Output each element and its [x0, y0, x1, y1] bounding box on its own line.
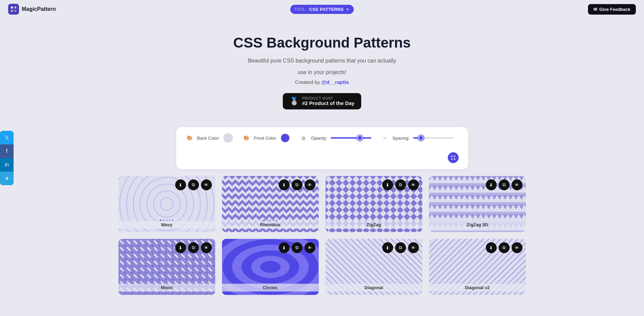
card-download-button[interactable]: ⬇: [279, 242, 290, 253]
palette-icon: 🎨: [186, 134, 194, 142]
card-preview-button[interactable]: 👁: [408, 242, 419, 253]
spacing-icon: ↔: [381, 134, 389, 142]
front-color-label: Front Color:: [254, 136, 277, 141]
card-copy-button[interactable]: ⧉: [395, 242, 406, 253]
card-preview-button[interactable]: 👁: [201, 179, 212, 190]
card-copy-button[interactable]: ⧉: [395, 179, 406, 190]
svg-rect-2: [11, 10, 13, 12]
card-preview-button[interactable]: 👁: [305, 179, 315, 190]
controls-bar: 🎨 Back Color: 🎨 Front Color: ◎ Opacity: …: [176, 127, 468, 169]
pattern-name: Rhombus: [222, 221, 319, 229]
social-telegram-button[interactable]: ✈: [0, 172, 14, 185]
back-color-group: 🎨 Back Color:: [186, 133, 233, 143]
front-color-swatch[interactable]: [280, 133, 290, 143]
card-actions: ⬇⧉👁: [486, 179, 522, 190]
card-preview-button[interactable]: 👁: [512, 179, 522, 190]
spacing-group: ↔ Spacing:: [381, 134, 454, 142]
envelope-icon: ✉: [593, 7, 597, 12]
card-copy-button[interactable]: ⧉: [499, 179, 510, 190]
card-download-button[interactable]: ⬇: [486, 242, 497, 253]
card-actions: ⬇⧉👁: [175, 242, 212, 253]
tool-selector[interactable]: TOOL: CSS PATTERNS ▾: [290, 5, 353, 14]
pattern-card-rhombus[interactable]: ⬇⧉👁Rhombus: [222, 176, 319, 232]
card-download-button[interactable]: ⬇: [486, 179, 497, 190]
hero-subtitle-line1: Beautiful pure CSS background patterns t…: [7, 56, 637, 65]
card-download-button[interactable]: ⬇: [175, 179, 186, 190]
front-color-group: 🎨 Front Color:: [242, 133, 290, 143]
card-actions: ⬇⧉👁: [279, 179, 315, 190]
card-copy-button[interactable]: ⧉: [292, 242, 302, 253]
card-copy-button[interactable]: ⧉: [188, 179, 199, 190]
tool-name: CSS PATTERNS: [309, 7, 344, 12]
palette2-icon: 🎨: [242, 134, 251, 142]
pattern-name: ZigZag: [326, 221, 422, 229]
navbar: MagicPattern TOOL: CSS PATTERNS ▾ ✉ Give…: [0, 0, 644, 18]
opacity-icon: ◎: [299, 134, 308, 142]
page-title: CSS Background Patterns: [7, 35, 637, 51]
opacity-label: Opacity:: [311, 136, 327, 141]
card-download-button[interactable]: ⬇: [382, 179, 393, 190]
card-copy-button[interactable]: ⧉: [499, 242, 510, 253]
card-actions: ⬇⧉👁: [175, 179, 212, 190]
social-linkedin-button[interactable]: in: [0, 158, 14, 172]
creator-link[interactable]: @d__raptis: [321, 79, 349, 85]
pattern-card-zigzag3d[interactable]: ⬇⧉👁ZigZag 3D: [429, 176, 526, 232]
svg-point-7: [454, 158, 455, 160]
feedback-button[interactable]: ✉ Give Feedback: [588, 4, 636, 15]
logo[interactable]: MagicPattern: [8, 4, 56, 15]
hero-section: CSS Background Patterns Beautiful pure C…: [0, 18, 644, 120]
hero-credit: Created by @d__raptis: [7, 79, 637, 85]
card-download-button[interactable]: ⬇: [279, 179, 290, 190]
card-actions: ⬇⧉👁: [486, 242, 522, 253]
card-actions: ⬇⧉👁: [382, 242, 419, 253]
svg-point-4: [451, 156, 453, 157]
opacity-slider[interactable]: [331, 137, 371, 139]
tool-label: TOOL:: [294, 7, 306, 11]
pattern-name: Diagonal: [326, 284, 422, 292]
card-actions: ⬇⧉👁: [279, 242, 315, 253]
hero-subtitle-line2: use in your projects!: [7, 68, 637, 77]
card-preview-button[interactable]: 👁: [201, 242, 212, 253]
pattern-grid: ⬇⧉👁Wavy⬇⧉👁Rhombus⬇⧉👁ZigZag⬇⧉👁ZigZag 3D⬇⧉…: [112, 176, 533, 309]
svg-point-6: [451, 158, 453, 160]
card-copy-button[interactable]: ⧉: [188, 242, 199, 253]
card-preview-button[interactable]: 👁: [408, 179, 419, 190]
pattern-name: Diagonal v2: [429, 284, 526, 292]
pattern-card-wavy[interactable]: ⬇⧉👁Wavy: [118, 176, 215, 232]
spacing-label: Spacing:: [392, 136, 410, 141]
ph-text: PRODUCT HUNT #2 Product of the Day: [302, 96, 354, 106]
social-sidebar: 𝕏fin✈: [0, 131, 14, 185]
pattern-card-circles[interactable]: ⬇⧉👁Circles: [222, 239, 319, 295]
pattern-card-zigzag[interactable]: ⬇⧉👁ZigZag: [326, 176, 422, 232]
pattern-card-diagonal-v2[interactable]: ⬇⧉👁Diagonal v2: [429, 239, 526, 295]
chevron-down-icon: ▾: [347, 7, 348, 11]
ph-label: PRODUCT HUNT: [302, 96, 354, 100]
card-actions: ⬇⧉👁: [382, 179, 419, 190]
back-color-label: Back Color:: [197, 136, 220, 141]
pattern-name: Wavy: [118, 221, 215, 229]
svg-rect-1: [14, 6, 16, 8]
ph-rank: #2 Product of the Day: [302, 100, 354, 106]
medal-icon: 🥈: [290, 97, 299, 106]
social-facebook-button[interactable]: f: [0, 144, 14, 158]
card-download-button[interactable]: ⬇: [175, 242, 186, 253]
logo-icon: [8, 4, 19, 15]
spacing-slider[interactable]: [413, 137, 454, 139]
pattern-name: ZigZag 3D: [429, 221, 526, 229]
pattern-name: Moon: [118, 284, 215, 292]
pattern-card-moon[interactable]: ⬇⧉👁Moon: [118, 239, 215, 295]
logo-text: MagicPattern: [22, 6, 56, 12]
back-color-swatch[interactable]: [223, 133, 233, 143]
social-twitter-button[interactable]: 𝕏: [0, 131, 14, 144]
product-hunt-badge[interactable]: 🥈 PRODUCT HUNT #2 Product of the Day: [283, 93, 361, 109]
pattern-card-diagonal[interactable]: ⬇⧉👁Diagonal: [326, 239, 422, 295]
svg-point-5: [454, 156, 455, 157]
opacity-group: ◎ Opacity:: [299, 134, 371, 142]
view-toggle-button[interactable]: [448, 152, 459, 163]
svg-rect-0: [11, 6, 13, 8]
card-preview-button[interactable]: 👁: [512, 242, 522, 253]
card-download-button[interactable]: ⬇: [382, 242, 393, 253]
pattern-name: Circles: [222, 284, 319, 292]
card-preview-button[interactable]: 👁: [305, 242, 315, 253]
card-copy-button[interactable]: ⧉: [292, 179, 302, 190]
